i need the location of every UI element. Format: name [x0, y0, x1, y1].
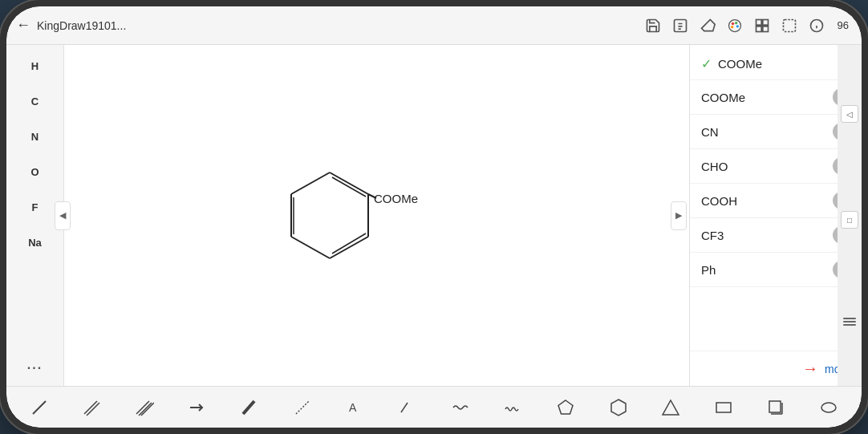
svg-line-19: [330, 237, 368, 258]
collapse-icon: ◁: [846, 110, 853, 119]
more-arrow-icon: →: [802, 359, 818, 378]
svg-rect-10: [762, 19, 768, 25]
edge-button-top[interactable]: ◁: [841, 105, 858, 123]
svg-line-24: [332, 233, 366, 254]
more-elements-button[interactable]: ...: [19, 354, 51, 376]
dropdown-item-6[interactable]: Ph ✕: [690, 253, 862, 287]
svg-line-37: [401, 403, 408, 412]
right-panel: ✓ COOMe COOMe ✕ CN ✕: [689, 45, 862, 386]
dropdown-item-label-3: CHO: [701, 160, 728, 173]
dropdown-item-3[interactable]: CHO ✕: [690, 149, 862, 184]
pentagon-tool[interactable]: [553, 395, 578, 420]
check-mark-icon: ✓: [701, 56, 712, 71]
svg-line-17: [330, 172, 368, 194]
svg-line-28: [33, 401, 46, 414]
svg-line-33: [141, 403, 154, 416]
element-C[interactable]: C: [19, 90, 51, 112]
benzene-coome-svg: COOMe: [258, 150, 434, 278]
svg-point-7: [736, 25, 738, 27]
back-button[interactable]: ←: [16, 17, 30, 34]
angled-line-tool[interactable]: [395, 395, 420, 420]
element-F[interactable]: F: [19, 196, 51, 218]
top-bar: ← KingDraw19101...: [6, 6, 862, 45]
svg-point-45: [821, 403, 836, 412]
svg-rect-11: [756, 26, 761, 31]
right-arrow-icon: ▶: [675, 210, 682, 221]
svg-line-20: [291, 237, 330, 258]
app-title: KingDraw19101...: [37, 19, 637, 32]
svg-point-5: [731, 22, 733, 24]
oval-tool[interactable]: [816, 395, 842, 420]
dropdown-item-label-1: COOMe: [701, 91, 745, 104]
info-button[interactable]: [807, 16, 826, 35]
molecule-structure: COOMe: [258, 150, 434, 282]
menu-line-3: [843, 324, 856, 326]
element-O[interactable]: O: [19, 160, 51, 183]
element-H[interactable]: H: [19, 55, 51, 77]
dashed-line-tool[interactable]: [290, 395, 315, 420]
svg-rect-13: [783, 19, 795, 31]
save-button[interactable]: [643, 16, 663, 35]
element-Na[interactable]: Na: [19, 231, 51, 254]
triangle-tool[interactable]: [658, 395, 683, 420]
left-arrow-icon: ◀: [59, 210, 66, 221]
svg-rect-42: [769, 401, 781, 412]
svg-line-35: [296, 401, 309, 414]
svg-marker-38: [558, 400, 573, 414]
toolbar-icons: 96: [643, 16, 852, 35]
back-arrow-icon: ←: [16, 17, 30, 34]
rect2-tool[interactable]: [764, 395, 789, 420]
svg-text:COOMe: COOMe: [374, 192, 418, 205]
dropdown-item-selected[interactable]: ✓ COOMe: [690, 48, 862, 80]
eraser-button[interactable]: [698, 16, 717, 35]
selection-button[interactable]: [780, 16, 799, 35]
export-button[interactable]: [671, 16, 690, 35]
more-area: → more: [690, 351, 862, 386]
svg-point-4: [728, 19, 740, 31]
menu-line-1: [843, 318, 856, 319]
double-line-tool[interactable]: [79, 395, 104, 420]
phone-frame: ← KingDraw19101...: [0, 0, 868, 434]
dropdown-item-label-6: Ph: [701, 263, 716, 277]
svg-point-6: [735, 22, 737, 24]
dropdown-item-label-4: COOH: [701, 194, 737, 208]
phone-inner: ← KingDraw19101...: [6, 6, 862, 428]
squiggle-tool[interactable]: [500, 395, 525, 420]
wave-tool[interactable]: [448, 395, 473, 420]
dropdown-item-label-5: CF3: [701, 229, 724, 242]
single-line-tool[interactable]: [26, 395, 52, 420]
hexagon-tool[interactable]: [606, 395, 631, 420]
sidebar-collapse-button[interactable]: ◀: [55, 201, 71, 230]
arrow-tool[interactable]: [185, 395, 210, 420]
svg-rect-12: [762, 26, 768, 31]
svg-marker-39: [611, 400, 626, 416]
bottom-toolbar: A: [6, 386, 862, 428]
element-N[interactable]: N: [19, 125, 51, 148]
triple-line-tool[interactable]: [132, 395, 157, 420]
text-tool[interactable]: A: [343, 395, 368, 420]
dropdown-item-4[interactable]: COOH ✕: [690, 184, 862, 218]
right-edge-controls: ◁ □: [838, 45, 862, 386]
zoom-level: 96: [834, 19, 852, 31]
svg-rect-41: [716, 403, 731, 412]
dropdown-item-label-0: COOMe: [718, 57, 762, 71]
menu-line-2: [843, 321, 856, 322]
dropdown-item-1[interactable]: COOMe ✕: [690, 80, 862, 115]
svg-line-23: [332, 177, 366, 197]
main-area: H C N O F Na ... ◀: [6, 45, 862, 386]
bold-pen-tool[interactable]: [237, 395, 262, 420]
dropdown-list: ✓ COOMe COOMe ✕ CN ✕: [690, 45, 862, 351]
edge-menu-button[interactable]: [843, 318, 856, 326]
svg-point-8: [731, 26, 733, 28]
edge-button-mid[interactable]: □: [841, 211, 858, 229]
layout-button[interactable]: [752, 16, 772, 35]
dropdown-item-label-2: CN: [701, 125, 719, 139]
palette-button[interactable]: [725, 16, 744, 35]
svg-text:A: A: [349, 401, 357, 414]
rectangle-tool[interactable]: [711, 395, 736, 420]
canvas-area[interactable]: COOMe: [64, 45, 689, 386]
svg-marker-40: [663, 400, 679, 415]
dropdown-item-2[interactable]: CN ✕: [690, 115, 862, 149]
dropdown-item-5[interactable]: CF3 ✕: [690, 218, 862, 253]
right-nav-arrow-button[interactable]: ▶: [671, 201, 687, 230]
